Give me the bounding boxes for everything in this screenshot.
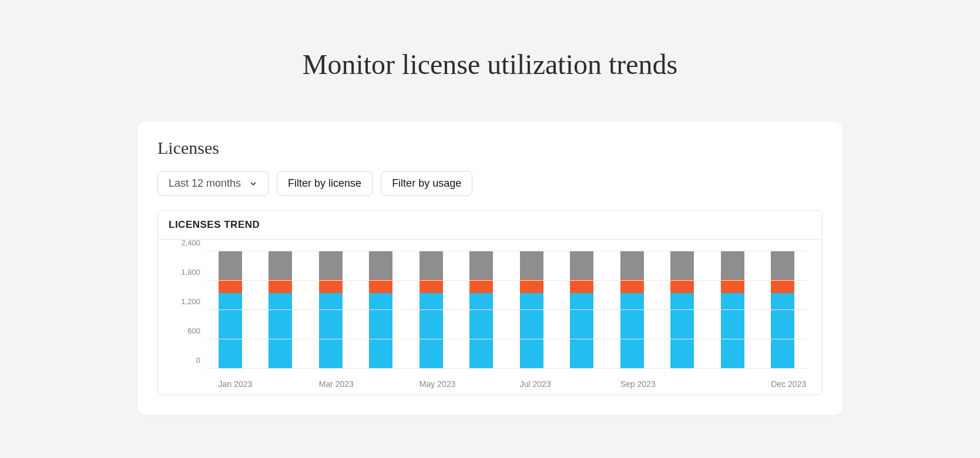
chart-bar xyxy=(369,251,392,369)
chart-bar xyxy=(520,251,543,369)
chart-bar-segment xyxy=(620,279,644,293)
chart-xtick: Jul 2023 xyxy=(520,379,543,389)
chart-bar-segment xyxy=(670,293,694,369)
chart-bar-segment xyxy=(570,279,593,293)
date-range-label: Last 12 months xyxy=(169,177,241,190)
chart-bar xyxy=(771,251,794,369)
chart-yaxis: 06001,2001,8002,400 xyxy=(172,251,205,369)
chart-xtick xyxy=(670,379,694,389)
chart-bar-segment xyxy=(670,251,694,279)
filter-by-license-label: Filter by license xyxy=(288,177,361,190)
chart-grid xyxy=(205,251,808,369)
chart-bar-segment xyxy=(771,293,794,369)
chart-gridline xyxy=(205,309,808,310)
chart-container: LICENSES TREND 06001,2001,8002,400 Jan 2… xyxy=(157,210,823,395)
chart-bars xyxy=(205,251,808,369)
chart-xtick xyxy=(269,379,292,389)
filter-by-license-button[interactable]: Filter by license xyxy=(277,171,372,196)
page-container: Monitor license utilization trends Licen… xyxy=(12,12,968,446)
chart-bar-segment xyxy=(369,251,392,279)
chart-bar-segment xyxy=(319,293,343,369)
chart-title: LICENSES TREND xyxy=(158,211,822,240)
chart-bar-segment xyxy=(419,279,443,293)
chart-bar-segment xyxy=(219,279,242,293)
chart-plot: 06001,2001,8002,400 xyxy=(172,251,808,369)
chart-bar-segment xyxy=(771,251,794,279)
chart-bar-segment xyxy=(520,251,543,279)
chart-ytick: 1,200 xyxy=(181,297,200,306)
chevron-down-icon xyxy=(249,180,257,188)
chart-gridline xyxy=(205,339,808,339)
chart-ytick: 2,400 xyxy=(181,238,200,247)
chart-bar xyxy=(670,251,694,369)
chart-bar-segment xyxy=(269,251,292,279)
chart-bar xyxy=(319,251,343,369)
filter-by-usage-button[interactable]: Filter by usage xyxy=(381,171,472,196)
chart-xtick xyxy=(369,379,392,389)
chart-gridline xyxy=(205,251,808,251)
chart-bar-segment xyxy=(620,293,644,369)
date-range-dropdown[interactable]: Last 12 months xyxy=(157,171,269,196)
chart-bar-segment xyxy=(419,251,443,279)
chart-body: 06001,2001,8002,400 Jan 2023Mar 2023May … xyxy=(158,240,822,395)
controls-row: Last 12 months Filter by license Filter … xyxy=(157,171,823,196)
chart-bar-segment xyxy=(721,293,744,369)
chart-bar-segment xyxy=(520,279,543,293)
chart-xtick xyxy=(469,379,493,389)
chart-xtick: May 2023 xyxy=(419,379,443,389)
chart-bar-segment xyxy=(570,251,593,279)
chart-bar-segment xyxy=(771,279,794,293)
chart-bar-segment xyxy=(721,251,744,279)
chart-ytick: 600 xyxy=(187,326,200,335)
chart-bar-segment xyxy=(419,293,443,369)
chart-bar-segment xyxy=(620,251,644,279)
licenses-card: Licenses Last 12 months Filter by licens… xyxy=(137,122,843,415)
chart-gridline xyxy=(205,368,808,369)
chart-bar xyxy=(419,251,443,369)
chart-gridline xyxy=(205,280,808,281)
chart-xtick: Dec 2023 xyxy=(771,379,794,389)
chart-bar xyxy=(570,251,593,369)
chart-bar-segment xyxy=(570,293,593,369)
chart-bar-segment xyxy=(269,279,292,293)
chart-bar-segment xyxy=(469,293,493,369)
card-title: Licenses xyxy=(157,138,823,158)
chart-xtick: Sep 2023 xyxy=(620,379,644,389)
chart-xtick: Mar 2023 xyxy=(319,379,343,389)
chart-bar-segment xyxy=(369,279,392,293)
chart-bar-segment xyxy=(520,293,543,369)
chart-bar-segment xyxy=(219,293,242,369)
chart-bar-segment xyxy=(269,293,292,369)
chart-bar-segment xyxy=(670,279,694,293)
chart-bar xyxy=(469,251,493,369)
chart-bar-segment xyxy=(319,279,343,293)
chart-xaxis: Jan 2023Mar 2023May 2023Jul 2023Sep 2023… xyxy=(205,369,808,389)
chart-ytick: 0 xyxy=(196,356,200,365)
filter-by-usage-label: Filter by usage xyxy=(392,177,461,190)
page-title: Monitor license utilization trends xyxy=(303,48,678,80)
chart-bar xyxy=(620,251,644,369)
chart-bar-segment xyxy=(369,293,392,369)
chart-bar-segment xyxy=(469,251,493,279)
chart-bar xyxy=(269,251,292,369)
chart-bar-segment xyxy=(219,251,242,279)
chart-bar-segment xyxy=(721,279,744,293)
chart-xtick: Jan 2023 xyxy=(219,379,242,389)
chart-ytick: 1,800 xyxy=(181,268,200,277)
chart-bar xyxy=(721,251,744,369)
chart-xtick xyxy=(570,379,593,389)
chart-bar-segment xyxy=(319,251,343,279)
chart-bar-segment xyxy=(469,279,493,293)
chart-xtick xyxy=(721,379,744,389)
chart-bar xyxy=(219,251,242,369)
